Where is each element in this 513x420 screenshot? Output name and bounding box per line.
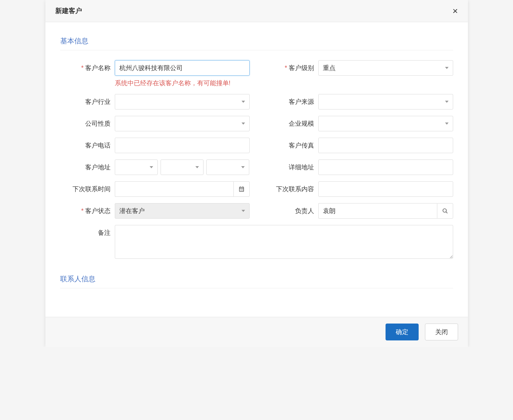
customer-name-error: 系统中已经存在该客户名称，有可能撞单! [115, 79, 250, 88]
field-address-detail: 详细地址 [264, 159, 453, 175]
confirm-button[interactable]: 确定 [386, 324, 419, 340]
field-company-size: 企业规模 [264, 116, 453, 131]
field-next-contact-time: 下次联系时间 [60, 181, 250, 197]
source-select[interactable] [318, 94, 453, 109]
field-company-nature: 公司性质 [60, 116, 250, 131]
field-customer-level: *客户级别 重点 [264, 60, 453, 88]
customer-name-input[interactable] [115, 60, 250, 76]
address-detail-input[interactable] [318, 159, 453, 175]
next-contact-content-input[interactable] [318, 181, 453, 197]
fax-label: 客户传真 [264, 138, 318, 150]
field-customer-name: *客户名称 系统中已经存在该客户名称，有可能撞单! [60, 60, 250, 88]
new-customer-modal: 新建客户 × 基本信息 *客户名称 系统中已经存在该客户名称，有可能撞单! *客… [45, 0, 468, 347]
company-nature-select[interactable] [115, 116, 250, 131]
field-fax: 客户传真 [264, 138, 453, 153]
required-marker: * [81, 64, 83, 71]
customer-name-label: 客户名称 [85, 64, 111, 71]
close-icon[interactable]: × [452, 6, 458, 15]
company-size-select[interactable] [318, 116, 453, 131]
field-customer-status: *客户状态 潜在客户 [60, 203, 250, 219]
chevron-down-icon [241, 166, 245, 168]
owner-search-button[interactable] [437, 203, 453, 219]
field-address: 客户地址 [60, 159, 250, 175]
chevron-down-icon [242, 210, 245, 212]
company-size-label: 企业规模 [264, 116, 318, 128]
modal-header: 新建客户 × [45, 0, 468, 22]
next-contact-time-input[interactable] [115, 181, 233, 197]
required-marker: * [81, 207, 83, 214]
next-contact-time-label: 下次联系时间 [60, 181, 115, 193]
customer-level-label: 客户级别 [289, 64, 314, 71]
industry-select[interactable] [115, 94, 250, 109]
modal-footer: 确定 关闭 [45, 317, 468, 347]
field-next-contact-content: 下次联系内容 [264, 181, 453, 197]
next-contact-content-label: 下次联系内容 [264, 181, 318, 193]
field-remark: 备注 [60, 225, 453, 260]
customer-status-select[interactable]: 潜在客户 [115, 203, 250, 219]
modal-title: 新建客户 [55, 6, 82, 15]
address-city-select[interactable] [161, 159, 204, 175]
chevron-down-icon [242, 123, 245, 125]
customer-status-label: 客户状态 [85, 207, 111, 214]
modal-body[interactable]: 基本信息 *客户名称 系统中已经存在该客户名称，有可能撞单! *客户级别 重点 [45, 22, 468, 317]
section-contact-title: 联系人信息 [60, 274, 453, 288]
calendar-button[interactable] [233, 181, 250, 197]
calendar-icon [238, 186, 245, 192]
customer-level-value: 重点 [323, 64, 336, 72]
chevron-down-icon [150, 166, 153, 168]
chevron-down-icon [445, 123, 449, 125]
svg-line-1 [446, 212, 447, 213]
source-label: 客户来源 [264, 94, 318, 106]
chevron-down-icon [195, 166, 199, 168]
customer-level-select[interactable]: 重点 [318, 60, 453, 76]
address-district-select[interactable] [206, 159, 249, 175]
company-nature-label: 公司性质 [60, 116, 115, 128]
chevron-down-icon [445, 67, 449, 69]
section-basic-title: 基本信息 [60, 36, 453, 50]
field-phone: 客户电话 [60, 138, 250, 153]
address-label: 客户地址 [60, 159, 115, 171]
field-source: 客户来源 [264, 94, 453, 109]
field-industry: 客户行业 [60, 94, 250, 109]
address-province-select[interactable] [115, 159, 158, 175]
required-marker: * [284, 64, 287, 71]
fax-input[interactable] [318, 138, 453, 153]
chevron-down-icon [242, 101, 245, 103]
remark-textarea[interactable] [115, 225, 453, 259]
search-icon [442, 208, 448, 214]
field-owner: 负责人 [264, 203, 453, 219]
svg-point-0 [443, 209, 446, 212]
remark-label: 备注 [60, 225, 115, 237]
chevron-down-icon [445, 101, 449, 103]
phone-input[interactable] [115, 138, 250, 153]
phone-label: 客户电话 [60, 138, 115, 150]
cancel-button[interactable]: 关闭 [425, 324, 458, 340]
customer-status-value: 潜在客户 [119, 207, 145, 215]
owner-input[interactable] [318, 203, 437, 219]
owner-label: 负责人 [264, 203, 318, 215]
industry-label: 客户行业 [60, 94, 115, 106]
address-detail-label: 详细地址 [264, 159, 318, 171]
